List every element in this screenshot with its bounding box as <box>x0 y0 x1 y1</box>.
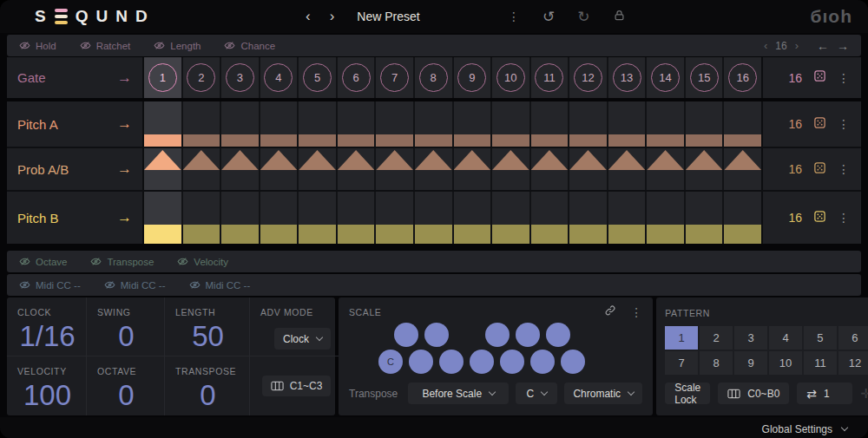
prob-ab-step-3[interactable] <box>221 148 259 190</box>
gate-step-15[interactable]: 15 <box>686 57 723 98</box>
prob-ab-step-6[interactable] <box>338 148 375 190</box>
lane-prob-ab-menu-button[interactable]: ⋮ <box>838 162 850 176</box>
lane-pitch-a-dice-icon[interactable] <box>813 116 826 133</box>
pitch-b-step-9[interactable] <box>454 192 491 244</box>
pitch-a-step-15[interactable] <box>686 101 723 147</box>
lane-pitch-b-step-count[interactable]: 16 <box>788 211 802 225</box>
scale-menu-button[interactable]: ⋮ <box>630 305 642 319</box>
pitch-a-step-6[interactable] <box>338 101 375 147</box>
pitch-b-step-14[interactable] <box>647 192 684 244</box>
gate-step-5[interactable]: 5 <box>299 57 336 98</box>
shift-left-button[interactable]: ← <box>817 39 829 53</box>
pitch-a-step-7[interactable] <box>376 101 413 147</box>
lane-gate-menu-button[interactable]: ⋮ <box>838 71 850 85</box>
chevron-down-icon[interactable] <box>841 424 848 431</box>
prob-ab-step-14[interactable] <box>647 148 684 190</box>
lane-toggle-hold[interactable]: Hold <box>19 40 56 51</box>
pattern-cell-9[interactable]: 9 <box>734 351 767 375</box>
pattern-cell-4[interactable]: 4 <box>769 326 802 350</box>
lane-toggle-midi-cc[interactable]: Midi CC -- <box>19 279 81 291</box>
lane-toggle-octave[interactable]: Octave <box>19 256 67 267</box>
pitch-a-step-11[interactable] <box>531 101 569 147</box>
lane-toggle-transpose[interactable]: Transpose <box>90 256 154 267</box>
pitch-b-step-13[interactable] <box>608 192 646 244</box>
redo-button[interactable]: ↻ <box>577 8 589 26</box>
lane-pitch-a-menu-button[interactable]: ⋮ <box>838 117 850 131</box>
pitch-a-step-9[interactable] <box>454 101 491 147</box>
pitch-a-step-10[interactable] <box>492 101 529 147</box>
prob-ab-step-9[interactable] <box>454 148 491 190</box>
pattern-cell-11[interactable]: 11 <box>804 351 837 375</box>
prob-ab-step-2[interactable] <box>183 148 220 190</box>
prob-ab-step-1[interactable] <box>144 148 181 190</box>
lane-prob-ab-arrow-icon[interactable]: → <box>117 160 132 178</box>
prob-ab-step-10[interactable] <box>492 148 529 190</box>
scale-note-d[interactable] <box>409 350 433 374</box>
lane-pitch-b-dice-icon[interactable] <box>813 210 826 226</box>
pitch-a-step-1[interactable] <box>144 101 181 147</box>
preset-name[interactable]: New Preset <box>357 10 419 23</box>
pitch-b-step-4[interactable] <box>260 192 298 244</box>
velocity-value[interactable]: 100 <box>17 379 86 412</box>
lane-pitch-a-step-count[interactable]: 16 <box>788 117 802 131</box>
octave-value[interactable]: 0 <box>97 379 164 412</box>
key-range-button[interactable]: C1~C3 <box>262 376 332 396</box>
pitch-b-step-1[interactable] <box>144 192 181 244</box>
gate-step-7[interactable]: 7 <box>376 57 413 98</box>
pattern-cell-3[interactable]: 3 <box>734 326 767 350</box>
lane-toggle-velocity[interactable]: Velocity <box>177 256 228 267</box>
scale-note-c[interactable]: C <box>378 350 403 374</box>
length-value[interactable]: 50 <box>175 320 249 353</box>
lane-prob-ab-step-count[interactable]: 16 <box>788 162 802 176</box>
scale-note-e[interactable] <box>439 350 464 374</box>
lane-toggle-chance[interactable]: Chance <box>224 40 275 51</box>
pitch-b-step-12[interactable] <box>569 192 607 244</box>
shift-right-button[interactable]: → <box>837 39 849 53</box>
lane-pitch-b-label[interactable]: Pitch B → <box>7 192 144 244</box>
scale-note-fsharp[interactable] <box>485 323 510 347</box>
pattern-cell-1[interactable]: 1 <box>665 326 698 350</box>
swing-value[interactable]: 0 <box>97 320 164 353</box>
pattern-cell-5[interactable]: 5 <box>804 326 837 350</box>
pitch-a-step-13[interactable] <box>608 101 646 147</box>
gate-step-8[interactable]: 8 <box>415 57 452 98</box>
scale-lock-button[interactable]: Scale Lock <box>665 382 710 404</box>
scale-type-dropdown[interactable]: Chromatic <box>564 382 642 404</box>
pattern-cell-2[interactable]: 2 <box>700 326 733 350</box>
prob-ab-step-8[interactable] <box>415 148 452 190</box>
scale-link-icon[interactable] <box>604 304 616 320</box>
global-settings-button[interactable]: Global Settings <box>762 423 832 435</box>
gate-step-13[interactable]: 13 <box>608 57 646 98</box>
lane-toggle-midi-cc[interactable]: Midi CC -- <box>189 279 251 291</box>
prob-ab-step-11[interactable] <box>531 148 569 190</box>
pitch-a-step-5[interactable] <box>299 101 336 147</box>
pattern-cell-10[interactable]: 10 <box>769 351 802 375</box>
pitch-b-step-5[interactable] <box>299 192 336 244</box>
pitch-a-step-12[interactable] <box>569 101 607 147</box>
lane-prob-ab-dice-icon[interactable] <box>813 161 826 178</box>
clock-value[interactable]: 1/16 <box>17 320 86 353</box>
pitch-a-step-8[interactable] <box>415 101 452 147</box>
gate-step-14[interactable]: 14 <box>647 57 684 98</box>
prob-ab-step-16[interactable] <box>724 148 761 190</box>
lane-toggle-midi-cc[interactable]: Midi CC -- <box>104 279 166 291</box>
pitch-a-step-14[interactable] <box>647 101 684 147</box>
scale-note-a[interactable] <box>530 350 555 374</box>
page-prev-button[interactable]: ‹ <box>764 39 767 52</box>
pitch-a-step-4[interactable] <box>260 101 298 147</box>
prob-ab-step-7[interactable] <box>376 148 413 190</box>
pitch-b-step-11[interactable] <box>531 192 569 244</box>
prob-ab-step-12[interactable] <box>569 148 607 190</box>
page-step-count[interactable]: 16 <box>775 40 786 52</box>
lane-pitch-b-menu-button[interactable]: ⋮ <box>838 211 850 225</box>
gate-step-10[interactable]: 10 <box>492 57 529 98</box>
lane-gate-step-count[interactable]: 16 <box>788 71 802 85</box>
gate-step-9[interactable]: 9 <box>454 57 491 98</box>
lock-icon[interactable] <box>613 9 626 25</box>
lane-gate-arrow-icon[interactable]: → <box>117 69 132 87</box>
pattern-cell-8[interactable]: 8 <box>700 351 733 375</box>
lane-toggle-length[interactable]: Length <box>154 40 201 51</box>
prob-ab-step-5[interactable] <box>299 148 336 190</box>
lane-gate-label[interactable]: Gate → <box>7 57 144 98</box>
pitch-a-step-2[interactable] <box>183 101 220 147</box>
